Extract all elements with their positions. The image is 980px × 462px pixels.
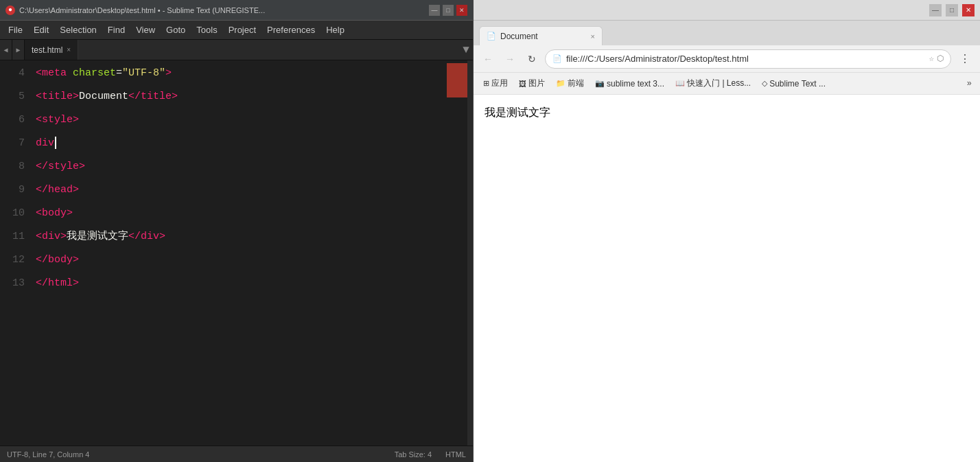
folder-icon: 📁 (556, 79, 565, 88)
bookmark-sublimetext-label: Sublime Text ... (769, 79, 826, 89)
menu-file[interactable]: File (3, 22, 28, 38)
images-icon: 🖼 (519, 80, 526, 88)
bookmark-images[interactable]: 🖼 图片 (515, 76, 549, 91)
browser-tab-bar: 📄 Document × (474, 21, 980, 45)
menu-tools[interactable]: Tools (191, 22, 222, 38)
code-line-10: <body> (33, 202, 467, 225)
bookmark-apps-label: 应用 (491, 78, 508, 89)
browser-toolbar: ← → ↻ 📄 file:///C:/Users/Administrator/D… (474, 45, 980, 73)
code-line-6: <style> (33, 108, 467, 132)
browser-menu-button[interactable]: ⋮ (955, 52, 975, 66)
page-main-text: 我是测试文字 (485, 106, 550, 118)
menu-bar: File Edit Selection Find View Goto Tools… (0, 21, 473, 40)
tab-nav-next[interactable]: ▶ (12, 40, 25, 60)
bookmark-frontend-label: 前端 (568, 78, 584, 89)
browser-content: 我是测试文字 (474, 95, 980, 462)
forward-button[interactable]: → (501, 50, 519, 68)
bookmark-sublimetext[interactable]: ◇ Sublime Text ... (758, 78, 830, 90)
code-line-9: </head> (33, 178, 467, 202)
code-line-7: div (33, 132, 467, 155)
code-line-13: </html> (33, 272, 467, 295)
title-bar-left: ● C:\Users\Administrator\Desktop\test.ht… (5, 5, 265, 15)
line-numbers: 4 5 6 7 8 9 10 11 12 13 (0, 60, 33, 446)
maximize-button[interactable]: □ (443, 5, 454, 16)
menu-view[interactable]: View (130, 22, 161, 38)
status-tab-size: Tab Size: 4 (395, 450, 432, 459)
address-bar-actions: ☆ ⬡ (929, 54, 944, 64)
minimize-button[interactable]: — (429, 5, 440, 16)
close-button[interactable]: ✕ (456, 5, 467, 16)
address-text: file:///C:/Users/Administrator/Desktop/t… (566, 54, 925, 64)
menu-selection[interactable]: Selection (54, 22, 102, 38)
camera-icon: 📷 (595, 79, 605, 88)
app-icon: ● (5, 5, 15, 15)
bookmark-quickstart[interactable]: 📖 快速入门 | Less... (671, 76, 755, 91)
refresh-button[interactable]: ↻ (523, 50, 541, 68)
code-line-5: <title>Document</title> (33, 85, 467, 108)
bookmark-sublime[interactable]: 📷 sublime text 3... (591, 78, 668, 90)
diamond-icon: ◇ (762, 79, 767, 88)
bookmarks-more-button[interactable]: » (964, 78, 975, 90)
menu-goto[interactable]: Goto (161, 22, 191, 38)
address-bar[interactable]: 📄 file:///C:/Users/Administrator/Desktop… (545, 49, 951, 69)
menu-edit[interactable]: Edit (28, 22, 54, 38)
file-icon: 📄 (552, 54, 562, 63)
menu-project[interactable]: Project (223, 22, 261, 38)
tab-bar: ◀ ▶ test.html × ▼ (0, 40, 473, 60)
apps-icon: ⊞ (483, 79, 489, 88)
browser-minimize[interactable]: — (929, 4, 942, 16)
bookmark-quickstart-label: 快速入门 | Less... (687, 78, 751, 89)
browser-maximize[interactable]: □ (946, 4, 958, 16)
bookmark-images-label: 图片 (528, 78, 545, 89)
bookmark-frontend[interactable]: 📁 前端 (552, 76, 588, 91)
browser-tab-close-button[interactable]: × (591, 32, 595, 41)
back-button[interactable]: ← (479, 50, 497, 68)
menu-help[interactable]: Help (320, 22, 350, 38)
tab-nav-prev[interactable]: ◀ (0, 40, 12, 60)
tab-page-icon: 📄 (487, 32, 496, 41)
code-scrollbar[interactable] (467, 60, 473, 446)
status-encoding: UTF-8, Line 7, Column 4 (7, 450, 89, 459)
status-bar: UTF-8, Line 7, Column 4 Tab Size: 4 HTML (0, 446, 473, 462)
browser-tab-title: Document (500, 32, 538, 41)
menu-find[interactable]: Find (102, 22, 130, 38)
code-line-8: </style> (33, 155, 467, 178)
minimap[interactable] (447, 63, 467, 97)
tab-test-html[interactable]: test.html × (25, 40, 78, 60)
browser-tab-document[interactable]: 📄 Document × (479, 26, 603, 45)
sublime-text-panel: ● C:\Users\Administrator\Desktop\test.ht… (0, 0, 474, 462)
code-content[interactable]: <meta charset="UTF-8"> <title>Document</… (33, 60, 467, 446)
sublime-title-bar: ● C:\Users\Administrator\Desktop\test.ht… (0, 0, 473, 21)
code-line-4: <meta charset="UTF-8"> (33, 62, 467, 85)
title-bar-text: C:\Users\Administrator\Desktop\test.html… (19, 6, 265, 14)
bookmark-apps[interactable]: ⊞ 应用 (479, 76, 512, 91)
tab-dropdown-button[interactable]: ▼ (459, 40, 473, 60)
browser-panel: — □ ✕ 📄 Document × ← → ↻ 📄 file:///C:/Us… (474, 0, 980, 462)
menu-preferences[interactable]: Preferences (261, 22, 320, 38)
bookmark-sublime-label: sublime text 3... (607, 79, 664, 89)
code-line-11: <div>我是测试文字</div> (33, 225, 467, 249)
book-icon: 📖 (675, 79, 685, 88)
status-syntax: HTML (445, 450, 466, 459)
code-editor[interactable]: 4 5 6 7 8 9 10 11 12 13 <meta charset="U… (0, 60, 473, 446)
code-line-12: </body> (33, 249, 467, 272)
cast-icon[interactable]: ⬡ (937, 54, 944, 64)
bookmark-star-icon[interactable]: ☆ (929, 54, 934, 64)
tab-filename: test.html (32, 45, 62, 55)
window-controls: — □ ✕ (429, 5, 467, 16)
tab-close-button[interactable]: × (67, 46, 71, 54)
browser-title-bar: — □ ✕ (474, 0, 980, 21)
bookmarks-bar: ⊞ 应用 🖼 图片 📁 前端 📷 sublime text 3... 📖 快速入… (474, 73, 980, 95)
browser-close[interactable]: ✕ (962, 4, 975, 16)
